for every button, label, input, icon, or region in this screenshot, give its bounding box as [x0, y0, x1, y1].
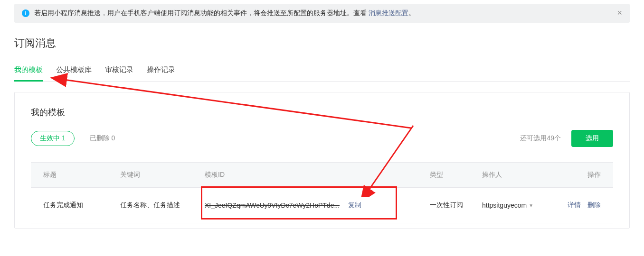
operator-name: httpsitguyecom — [482, 201, 527, 209]
chevron-down-icon: ▼ — [529, 203, 533, 208]
deleted-count[interactable]: 已删除 0 — [90, 134, 115, 143]
template-id-text: XI_JeeIQZqmAWcUy9VIyDc7eWy2HoPTde... — [205, 201, 340, 209]
alert-text: 若启用小程序消息推送，用户在手机客户端使用订阅消息功能的相关事件，将会推送至所配… — [34, 9, 415, 18]
cell-action: 详情 删除 — [563, 201, 601, 210]
cell-keyword: 任务名称、任务描述 — [120, 201, 205, 210]
delete-link[interactable]: 删除 — [587, 201, 601, 209]
alert-pretext: 若启用小程序消息推送，用户在手机客户端使用订阅消息功能的相关事件，将会推送至所配… — [34, 9, 369, 17]
cell-type: 一次性订阅 — [430, 201, 482, 210]
close-icon[interactable]: × — [617, 9, 622, 17]
panel-my-templates: 我的模板 生效中 1 已删除 0 还可选用49个 选用 标题 关键词 模板ID … — [14, 92, 630, 229]
th-action: 操作 — [563, 171, 601, 179]
active-pill[interactable]: 生效中 1 — [31, 131, 75, 146]
tab-audit-records[interactable]: 审核记录 — [105, 65, 133, 81]
copy-link[interactable]: 复制 — [348, 201, 361, 210]
tabs: 我的模板 公共模板库 审核记录 操作记录 — [14, 65, 630, 82]
remaining-text: 还可选用49个 — [520, 134, 561, 143]
page-title: 订阅消息 — [14, 36, 630, 50]
select-button[interactable]: 选用 — [571, 130, 613, 147]
th-keyword: 关键词 — [120, 171, 205, 179]
th-template-id: 模板ID — [205, 171, 430, 179]
th-operator: 操作人 — [482, 171, 563, 179]
info-icon: i — [22, 9, 29, 17]
th-title: 标题 — [43, 171, 120, 179]
info-alert: i 若启用小程序消息推送，用户在手机客户端使用订阅消息功能的相关事件，将会推送至… — [14, 4, 630, 23]
table-header: 标题 关键词 模板ID 类型 操作人 操作 — [31, 162, 613, 188]
cell-operator[interactable]: httpsitguyecom ▼ — [482, 201, 563, 209]
tab-public-library[interactable]: 公共模板库 — [56, 65, 92, 81]
alert-link[interactable]: 消息推送配置 — [369, 9, 408, 17]
alert-posttext: 。 — [408, 9, 415, 17]
table-row: 任务完成通知 任务名称、任务描述 XI_JeeIQZqmAWcUy9VIyDc7… — [31, 188, 613, 223]
panel-title: 我的模板 — [31, 107, 613, 118]
detail-link[interactable]: 详情 — [568, 201, 581, 209]
cell-template-id: XI_JeeIQZqmAWcUy9VIyDc7eWy2HoPTde... 复制 — [205, 201, 430, 210]
cell-title: 任务完成通知 — [43, 201, 120, 210]
tab-my-templates[interactable]: 我的模板 — [14, 65, 43, 82]
tab-operation-records[interactable]: 操作记录 — [147, 65, 175, 81]
panel-toolbar: 生效中 1 已删除 0 还可选用49个 选用 — [31, 130, 613, 147]
th-type: 类型 — [430, 171, 482, 179]
